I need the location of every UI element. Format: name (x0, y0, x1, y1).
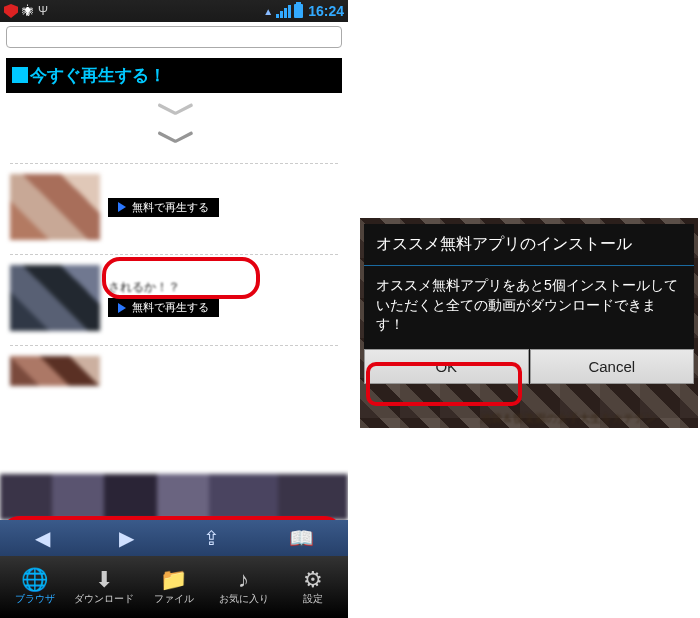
chevron-down-icon: ﹀﹀ (0, 99, 348, 155)
signal-icon (276, 5, 291, 18)
globe-icon: 🌐 (21, 569, 48, 591)
tab-browser[interactable]: 🌐 ブラウザ (0, 556, 70, 618)
dialog-button-row: OK Cancel (364, 349, 694, 384)
tab-label: 設定 (303, 592, 323, 606)
play-icon (118, 303, 126, 313)
mcafee-shield-icon (4, 4, 18, 18)
battery-icon (294, 4, 303, 18)
usb-icon (38, 4, 48, 18)
statusbar-clock: 16:24 (308, 3, 344, 19)
video-list-item[interactable]: されるか！？ 無料で再生する (0, 255, 348, 337)
forward-button[interactable]: ▶ (119, 526, 134, 550)
gear-icon: ⚙ (303, 569, 323, 591)
wifi-icon (263, 4, 273, 18)
tab-download[interactable]: ⬇ ダウンロード (70, 556, 140, 618)
tab-label: ダウンロード (74, 592, 134, 606)
browser-toolbar: ◀ ▶ ⇪ 📖 (0, 520, 348, 556)
download-icon: ⬇ (95, 569, 113, 591)
video-title-blurred: されるか！？ (108, 279, 219, 296)
browser-chrome-top (0, 22, 348, 52)
debug-icon (22, 4, 34, 18)
address-bar[interactable] (6, 26, 342, 48)
dialog-backdrop: オススメ無料アプリのインストール オススメ無料アプリをあと5個インストールしてい… (360, 218, 698, 428)
dialog-title: オススメ無料アプリのインストール (364, 224, 694, 266)
banner-text: 今すぐ再生する！ (30, 66, 166, 85)
tab-label: ファイル (154, 592, 194, 606)
install-recommend-dialog: オススメ無料アプリのインストール オススメ無料アプリをあと5個インストールしてい… (364, 224, 694, 384)
play-free-label: 無料で再生する (132, 300, 209, 315)
video-thumbnail-blurred (10, 174, 100, 240)
banner-play-now: 今すぐ再生する！ (6, 58, 342, 93)
tab-file[interactable]: 📁 ファイル (139, 556, 209, 618)
video-strip-blurred (0, 474, 348, 520)
music-note-icon: ♪ (238, 569, 249, 591)
bottom-tabbar: 🌐 ブラウザ ⬇ ダウンロード 📁 ファイル ♪ お気に入り ⚙ 設定 (0, 556, 348, 618)
banner-square-icon (12, 67, 28, 83)
video-thumbnail-blurred (10, 265, 100, 331)
play-icon (118, 202, 126, 212)
background-text-blurred: 池袋＆後楽園の女子大生をカテテン (480, 411, 690, 426)
tab-label: お気に入り (219, 592, 269, 606)
folder-icon: 📁 (160, 569, 187, 591)
back-button[interactable]: ◀ (35, 526, 50, 550)
cancel-button[interactable]: Cancel (530, 349, 695, 384)
bookmarks-button[interactable]: 📖 (289, 526, 314, 550)
ok-button[interactable]: OK (364, 349, 529, 384)
phone-screenshot-left: 16:24 今すぐ再生する！ ﹀﹀ 無料で再生する されるか！？ (0, 0, 348, 618)
webpage-content: 今すぐ再生する！ ﹀﹀ 無料で再生する されるか！？ 無料で再生する (0, 52, 348, 520)
tab-favorite[interactable]: ♪ お気に入り (209, 556, 279, 618)
video-thumbnail-blurred (10, 356, 100, 386)
video-list-item[interactable] (0, 346, 348, 386)
video-list-item[interactable]: 無料で再生する (0, 164, 348, 246)
play-free-button[interactable]: 無料で再生する (108, 298, 219, 317)
dialog-body: オススメ無料アプリをあと5個インストールしていただくと全ての動画がダウンロードで… (364, 266, 694, 349)
android-statusbar: 16:24 (0, 0, 348, 22)
share-button[interactable]: ⇪ (203, 526, 220, 550)
tab-label: ブラウザ (15, 592, 55, 606)
tab-settings[interactable]: ⚙ 設定 (278, 556, 348, 618)
play-free-label: 無料で再生する (132, 200, 209, 215)
phone-screenshot-right: オススメ無料アプリのインストール オススメ無料アプリをあと5個インストールしてい… (360, 218, 700, 428)
play-free-button[interactable]: 無料で再生する (108, 198, 219, 217)
